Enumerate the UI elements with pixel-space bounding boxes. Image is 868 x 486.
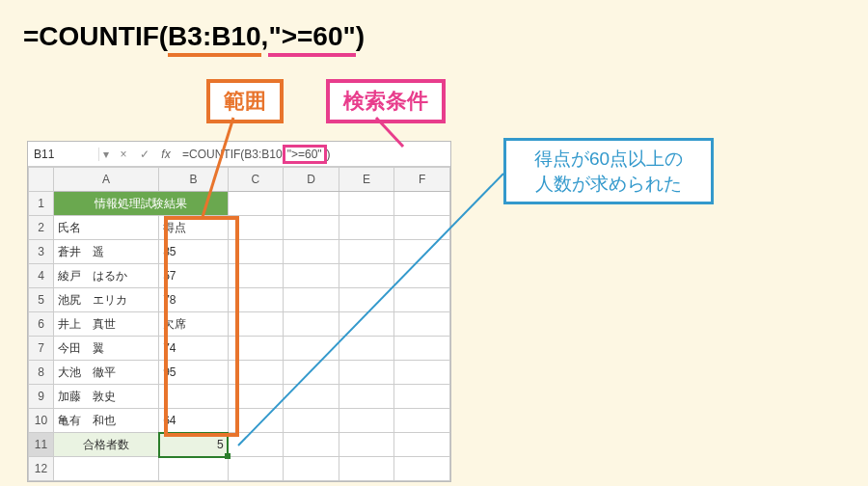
col-header[interactable]: C (228, 168, 284, 192)
header-score[interactable]: 得点 (159, 216, 228, 240)
cell[interactable] (228, 216, 284, 240)
col-header[interactable]: D (284, 168, 339, 192)
cell[interactable] (339, 457, 394, 481)
cell[interactable] (159, 457, 228, 481)
cell[interactable] (339, 288, 394, 312)
cell-score[interactable]: 95 (159, 361, 228, 385)
cell-name[interactable]: 綾戸 はるか (53, 264, 158, 288)
row-header[interactable]: 3 (29, 240, 54, 264)
cell[interactable] (394, 409, 450, 433)
cell[interactable] (394, 312, 450, 337)
cell[interactable] (228, 433, 284, 457)
cell[interactable] (394, 361, 450, 385)
footer-label[interactable]: 合格者数 (53, 433, 158, 457)
row-header[interactable]: 9 (29, 385, 54, 409)
cell[interactable] (394, 216, 450, 240)
result-cell[interactable]: 5 (159, 433, 228, 457)
row-header[interactable]: 4 (29, 264, 54, 288)
fx-icon[interactable]: fx (155, 148, 176, 161)
cell[interactable] (228, 312, 284, 337)
table-row: 8大池 徹平95 (29, 361, 450, 385)
cell[interactable] (228, 240, 284, 264)
cell[interactable] (339, 337, 394, 361)
cell-name[interactable]: 加藤 敦史 (53, 385, 158, 409)
cell-name[interactable]: 蒼井 遥 (53, 240, 158, 264)
cell[interactable] (284, 192, 339, 216)
cell-name[interactable]: 亀有 和也 (53, 409, 158, 433)
cell[interactable] (284, 337, 339, 361)
cell-name[interactable]: 今田 翼 (53, 337, 158, 361)
col-header[interactable]: A (53, 168, 158, 192)
cell[interactable] (284, 385, 339, 409)
cell[interactable] (53, 457, 158, 481)
cell[interactable] (339, 385, 394, 409)
cell-name[interactable]: 大池 徹平 (53, 361, 158, 385)
name-box[interactable]: B11 (28, 148, 99, 161)
cell-score[interactable]: 57 (159, 264, 228, 288)
cell[interactable] (339, 192, 394, 216)
col-header[interactable]: F (394, 168, 450, 192)
cell[interactable] (394, 433, 450, 457)
select-all-corner[interactable] (29, 168, 54, 192)
cell[interactable] (339, 433, 394, 457)
cell-score[interactable]: 64 (159, 409, 228, 433)
table-row: 11 合格者数 5 (29, 433, 450, 457)
cell[interactable] (394, 457, 450, 481)
cell-score[interactable]: 74 (159, 337, 228, 361)
cell[interactable] (228, 409, 284, 433)
row-header[interactable]: 8 (29, 361, 54, 385)
cell[interactable] (284, 216, 339, 240)
cell-name[interactable]: 井上 真世 (53, 312, 158, 337)
formula-bar-input[interactable]: =COUNTIF(B3:B10">=60") (176, 148, 450, 161)
col-header[interactable]: E (339, 168, 394, 192)
cell[interactable] (284, 361, 339, 385)
row-header[interactable]: 12 (29, 457, 54, 481)
row-header[interactable]: 11 (29, 433, 54, 457)
cell[interactable] (284, 312, 339, 337)
cell[interactable] (394, 337, 450, 361)
header-name[interactable]: 氏名 (53, 216, 158, 240)
cell[interactable] (339, 240, 394, 264)
cell[interactable] (228, 337, 284, 361)
cell[interactable] (339, 264, 394, 288)
cell[interactable] (339, 361, 394, 385)
cell[interactable] (394, 288, 450, 312)
grid[interactable]: A B C D E F 1 情報処理試験結果 2 氏名 得点 3蒼井 遥85 4… (28, 167, 450, 481)
cell[interactable] (284, 264, 339, 288)
accept-formula-icon[interactable]: ✓ (134, 148, 155, 161)
cell[interactable] (394, 240, 450, 264)
cell[interactable] (284, 409, 339, 433)
name-box-dropdown-icon[interactable]: ▾ (99, 148, 113, 161)
cell[interactable] (394, 385, 450, 409)
cell-name[interactable]: 池尻 エリカ (53, 288, 158, 312)
cell[interactable] (284, 457, 339, 481)
table-title[interactable]: 情報処理試験結果 (53, 192, 228, 216)
cell[interactable] (339, 312, 394, 337)
cell[interactable] (228, 361, 284, 385)
cancel-formula-icon[interactable]: × (113, 148, 134, 161)
cell[interactable] (284, 288, 339, 312)
cell[interactable] (228, 385, 284, 409)
fx-prefix: =COUNTIF(B3:B10 (182, 148, 283, 161)
cell[interactable] (339, 216, 394, 240)
cell[interactable] (394, 192, 450, 216)
cell-score[interactable]: 85 (159, 240, 228, 264)
col-header[interactable]: B (159, 168, 228, 192)
cell[interactable] (228, 457, 284, 481)
cell[interactable] (228, 288, 284, 312)
row-header[interactable]: 10 (29, 409, 54, 433)
cell[interactable] (228, 264, 284, 288)
cell-score[interactable]: 78 (159, 288, 228, 312)
cell[interactable] (228, 192, 284, 216)
row-header[interactable]: 1 (29, 192, 54, 216)
cell[interactable] (339, 409, 394, 433)
row-header[interactable]: 7 (29, 337, 54, 361)
cell-score[interactable] (159, 385, 228, 409)
cell[interactable] (284, 240, 339, 264)
row-header[interactable]: 5 (29, 288, 54, 312)
row-header[interactable]: 6 (29, 312, 54, 337)
row-header[interactable]: 2 (29, 216, 54, 240)
cell[interactable] (394, 264, 450, 288)
cell[interactable] (284, 433, 339, 457)
cell-score[interactable]: 欠席 (159, 312, 228, 337)
